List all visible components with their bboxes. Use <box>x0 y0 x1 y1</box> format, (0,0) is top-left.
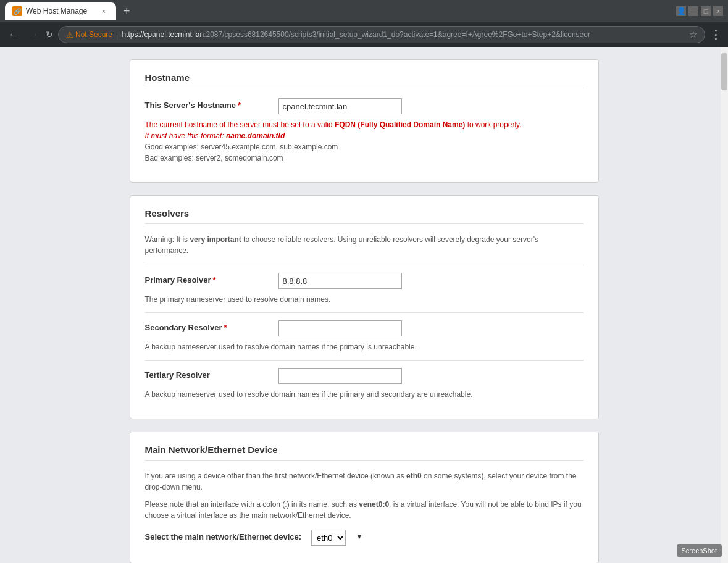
network-device-select[interactable]: eth0 <box>311 530 346 546</box>
tab-title: Web Host Manage <box>26 7 87 15</box>
secondary-resolver-hint: A backup nameserver used to resolve doma… <box>145 341 584 352</box>
tertiary-resolver-row: Tertiary Resolver <box>145 368 584 384</box>
browser-tab[interactable]: 🔗 Web Host Manage × <box>5 2 116 20</box>
hostname-good-examples: Good examples: server45.example.com, sub… <box>145 143 338 151</box>
secondary-resolver-input[interactable] <box>278 320 402 336</box>
user-icon-button[interactable]: 👤 <box>676 6 686 16</box>
hostname-label: This Server's Hostname* <box>145 98 269 110</box>
network-device-label: Select the main network/Ethernet device: <box>145 530 302 541</box>
resolvers-divider <box>145 265 584 265</box>
resolvers-section: Resolvers Warning: It is very important … <box>130 195 599 419</box>
network-device-row: Select the main network/Ethernet device:… <box>145 530 584 546</box>
main-wrapper: Hostname This Server's Hostname* The cur… <box>130 59 599 563</box>
not-secure-text: Not Secure <box>75 30 112 39</box>
browser-chrome: 🔗 Web Host Manage × + 👤 — □ × ← → ↻ ⚠ No… <box>0 0 728 47</box>
address-bar[interactable]: ⚠ Not Secure | https://cpanel.tecmint.la… <box>58 26 705 43</box>
tertiary-resolver-label: Tertiary Resolver <box>145 368 269 380</box>
more-options-button[interactable]: ⋮ <box>710 28 722 41</box>
window-controls: 👤 — □ × <box>676 6 723 16</box>
resolvers-warning: Warning: It is very important to choose … <box>145 234 584 256</box>
secondary-required-star: * <box>224 323 227 332</box>
tertiary-divider <box>145 360 584 361</box>
address-separator: | <box>116 30 118 40</box>
secondary-divider <box>145 312 584 313</box>
network-desc2: Please note that an interface with a col… <box>145 499 584 521</box>
dropdown-arrow-indicator: ▼ <box>356 530 363 541</box>
page-content: Hostname This Server's Hostname* The cur… <box>0 47 728 563</box>
hostname-format-hint: It must have this format: name.domain.tl… <box>145 131 285 140</box>
tertiary-resolver-hint: A backup nameserver used to resolve doma… <box>145 389 584 400</box>
primary-required-star: * <box>212 275 215 285</box>
primary-resolver-input[interactable] <box>278 273 402 289</box>
back-button[interactable]: ← <box>6 27 21 43</box>
forward-button[interactable]: → <box>26 27 41 43</box>
url-path: :2087/cpsess6812645500/scripts3/initial_… <box>204 30 590 39</box>
hostname-form-row: This Server's Hostname* <box>145 98 584 114</box>
titlebar: 🔗 Web Host Manage × + 👤 — □ × <box>0 0 728 22</box>
primary-resolver-hint: The primary nameserver used to resolve d… <box>145 294 584 305</box>
warning-icon: ⚠ <box>66 30 73 40</box>
not-secure-indicator: ⚠ Not Secure <box>66 30 112 40</box>
url-domain: https://cpanel.tecmint.lan <box>122 30 204 39</box>
primary-resolver-row: Primary Resolver* <box>145 273 584 289</box>
tab-close-button[interactable]: × <box>99 6 109 16</box>
secondary-resolver-label: Secondary Resolver* <box>145 320 269 332</box>
tertiary-resolver-input[interactable] <box>278 368 402 384</box>
resolvers-section-title: Resolvers <box>145 208 584 224</box>
new-tab-button[interactable]: + <box>121 5 133 18</box>
network-desc1: If you are using a device other than the… <box>145 470 584 493</box>
minimize-button[interactable]: — <box>688 6 698 16</box>
address-url: https://cpanel.tecmint.lan:2087/cpsess68… <box>122 30 590 39</box>
maximize-button[interactable]: □ <box>701 6 711 16</box>
secondary-resolver-row: Secondary Resolver* <box>145 320 584 336</box>
hostname-input[interactable] <box>278 98 402 114</box>
required-star: * <box>238 101 241 110</box>
hostname-section: Hostname This Server's Hostname* The cur… <box>130 59 599 183</box>
bookmark-button[interactable]: ☆ <box>689 29 697 40</box>
network-section: Main Network/Ethernet Device If you are … <box>130 432 599 563</box>
hostname-warning: The current hostname of the server must … <box>145 119 584 164</box>
address-bar-row: ← → ↻ ⚠ Not Secure | https://cpanel.tecm… <box>0 22 728 47</box>
reload-button[interactable]: ↻ <box>46 30 53 40</box>
primary-resolver-label: Primary Resolver* <box>145 273 269 285</box>
hostname-bad-examples: Bad examples: server2, somedomain.com <box>145 154 283 162</box>
scrollbar-thumb[interactable] <box>721 53 727 90</box>
screenshot-badge: ScreenShot <box>677 544 722 557</box>
scrollbar-track[interactable] <box>721 47 728 563</box>
close-button[interactable]: × <box>713 6 723 16</box>
hostname-section-title: Hostname <box>145 72 584 88</box>
tab-favicon: 🔗 <box>12 6 22 16</box>
browser-window: 🔗 Web Host Manage × + 👤 — □ × ← → ↻ ⚠ No… <box>0 0 728 563</box>
network-section-title: Main Network/Ethernet Device <box>145 444 584 461</box>
